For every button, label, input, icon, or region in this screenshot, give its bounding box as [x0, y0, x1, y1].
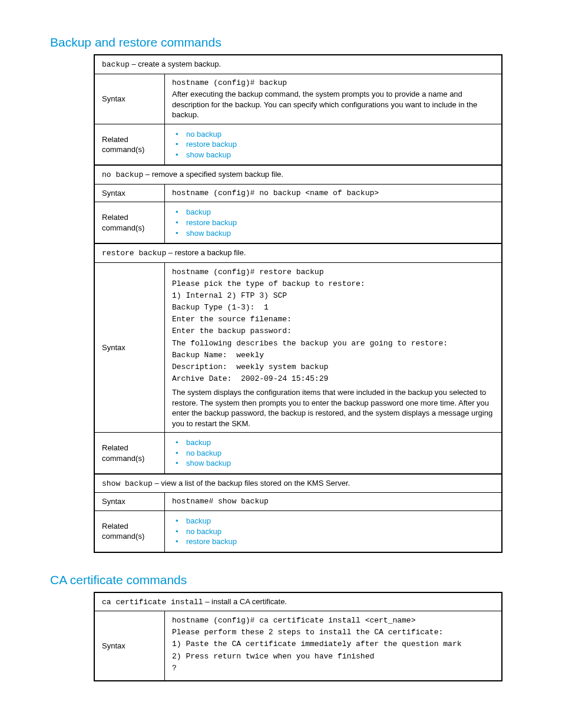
- related-link[interactable]: restore backup: [186, 218, 237, 227]
- related-cell: backuprestore backupshow backup: [165, 202, 503, 243]
- section-heading-backup: Backup and restore commands: [50, 35, 520, 50]
- row-label: Related command(s): [94, 433, 165, 474]
- related-link-item: show backup: [186, 228, 495, 239]
- related-link-item: no backup: [186, 526, 495, 537]
- related-link[interactable]: show backup: [186, 229, 231, 238]
- related-link[interactable]: backup: [186, 207, 211, 216]
- ca-commands-table: ca certificate install – install a CA ce…: [94, 592, 503, 681]
- related-link[interactable]: no backup: [186, 527, 222, 536]
- command-header: no backup – remove a specified system ba…: [94, 165, 502, 184]
- section-heading-ca: CA certificate commands: [50, 573, 520, 587]
- row-label: Related command(s): [94, 202, 165, 243]
- command-header: restore backup – restore a backup file.: [94, 243, 502, 262]
- syntax-cell: hostname (config)# restore backup Please…: [165, 262, 503, 433]
- syntax-cell: hostname# show backup: [165, 493, 503, 511]
- syntax-cell: hostname (config)# ca certificate instal…: [165, 611, 503, 681]
- related-link-item: no backup: [186, 448, 495, 459]
- command-header: backup – create a system backup.: [94, 55, 502, 74]
- related-cell: no backuprestore backupshow backup: [165, 124, 503, 165]
- related-link-item: backup: [186, 516, 495, 526]
- syntax-cell: hostname (config)# no backup <name of ba…: [165, 184, 503, 202]
- related-link-item: show backup: [186, 150, 495, 160]
- command-header: ca certificate install – install a CA ce…: [94, 592, 502, 611]
- backup-commands-table: backup – create a system backup.Syntaxho…: [94, 54, 503, 553]
- related-link-item: backup: [186, 207, 495, 218]
- related-link[interactable]: no backup: [186, 449, 222, 457]
- related-link[interactable]: no backup: [186, 130, 222, 139]
- row-label: Syntax: [94, 493, 165, 511]
- syntax-cell: hostname (config)# backupAfter executing…: [165, 74, 503, 124]
- related-link-item: restore backup: [186, 139, 495, 150]
- related-link[interactable]: restore backup: [186, 537, 237, 546]
- related-link[interactable]: backup: [186, 438, 211, 447]
- related-link-item: show backup: [186, 458, 495, 469]
- command-header: show backup – view a list of the backup …: [94, 474, 502, 493]
- related-link-item: no backup: [186, 129, 495, 140]
- related-link[interactable]: show backup: [186, 459, 231, 467]
- related-link-item: restore backup: [186, 536, 495, 547]
- row-label: Related command(s): [94, 124, 165, 165]
- related-link-item: backup: [186, 437, 495, 448]
- row-label: Syntax: [94, 262, 165, 433]
- row-label: Related command(s): [94, 510, 165, 552]
- related-link[interactable]: restore backup: [186, 140, 237, 149]
- row-label: Syntax: [94, 74, 165, 124]
- row-label: Syntax: [94, 184, 165, 202]
- related-link-item: restore backup: [186, 218, 495, 228]
- related-cell: backupno backupshow backup: [165, 433, 503, 474]
- related-link[interactable]: show backup: [186, 150, 231, 159]
- related-link[interactable]: backup: [186, 516, 211, 525]
- row-label: Syntax: [94, 611, 165, 681]
- related-cell: backupno backuprestore backup: [165, 510, 503, 552]
